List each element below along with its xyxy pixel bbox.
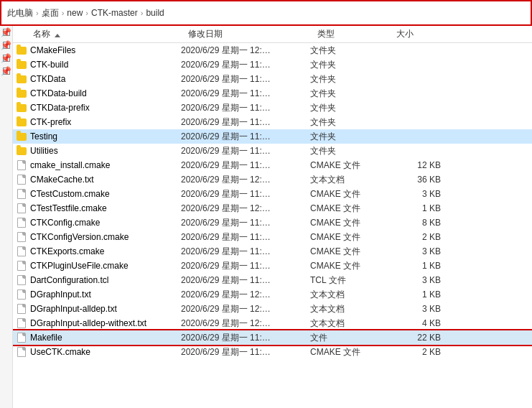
file-date-text: 2020/6/29 星期一 11:…: [181, 116, 310, 129]
breadcrumb-item-new[interactable]: new: [67, 8, 83, 18]
breadcrumb-bar[interactable]: 此电脑 › 桌面 › new › CTK-master › build: [0, 0, 532, 26]
file-doc-icon: [17, 289, 26, 300]
table-row[interactable]: Testing2020/6/29 星期一 11:…文件夹: [13, 129, 532, 144]
main-area: 📌 📌 📌 📌 名称 修改日期 类型 大小 CMakeFiles2020/6/2…: [0, 26, 532, 408]
file-type-text: 文本文档: [310, 317, 389, 330]
table-row[interactable]: CTKData-build2020/6/29 星期一 11:…文件夹: [13, 86, 532, 101]
table-row[interactable]: DartConfiguration.tcl2020/6/29 星期一 11:…T…: [13, 273, 532, 287]
breadcrumb-sep-1: ›: [62, 9, 65, 17]
table-row[interactable]: CTestCustom.cmake2020/6/29 星期一 11:…CMAKE…: [13, 187, 532, 201]
file-date-text: 2020/6/29 星期一 11:…: [181, 332, 310, 344]
file-rows[interactable]: CMakeFiles2020/6/29 星期一 12:…文件夹CTK-build…: [13, 43, 532, 408]
table-row[interactable]: DGraphInput-alldep-withext.txt2020/6/29 …: [13, 316, 532, 330]
file-cell-name: CTKData-prefix: [16, 102, 181, 113]
sort-arrow-name: [55, 32, 60, 37]
file-name-text: CTKExports.cmake: [30, 246, 104, 256]
file-name-text: CMakeFiles: [30, 45, 75, 55]
file-size-text: 3 KB: [389, 304, 447, 314]
col-header-size[interactable]: 大小: [396, 28, 454, 40]
file-cell-name: DGraphInput-alldep-withext.txt: [16, 317, 181, 329]
file-type-text: 文件夹: [310, 131, 389, 143]
file-name-text: CMakeCache.txt: [30, 175, 94, 185]
file-name-text: CTKPluginUseFile.cmake: [30, 261, 129, 271]
file-doc-icon: [17, 203, 26, 213]
file-type-text: TCL 文件: [310, 274, 389, 287]
file-size-text: 3 KB: [389, 189, 447, 199]
pin-icon-3[interactable]: 📌: [3, 68, 10, 75]
file-size-text: 36 KB: [389, 175, 447, 185]
pin-icon-2[interactable]: 📌: [3, 55, 10, 62]
file-list-area: 名称 修改日期 类型 大小 CMakeFiles2020/6/29 星期一 12…: [13, 26, 532, 408]
table-row[interactable]: UseCTK.cmake2020/6/29 星期一 11:…CMAKE 文件2 …: [13, 345, 532, 359]
file-cell-name: CTKConfigVersion.cmake: [16, 231, 181, 243]
pin-icon-0[interactable]: 📌: [3, 29, 10, 36]
file-date-text: 2020/6/29 星期一 11:…: [181, 188, 310, 200]
file-cell-name: DartConfiguration.tcl: [16, 274, 181, 286]
table-row[interactable]: CTestTestfile.cmake2020/6/29 星期一 12:…CMA…: [13, 201, 532, 215]
breadcrumb-sep-3: ›: [141, 9, 144, 17]
file-size-text: 4 KB: [389, 318, 447, 328]
table-row[interactable]: Utilities2020/6/29 星期一 11:…文件夹: [13, 144, 532, 158]
file-date-text: 2020/6/29 星期一 12:…: [181, 174, 310, 186]
file-size-text: 2 KB: [389, 232, 447, 242]
file-size-text: 12 KB: [389, 160, 447, 170]
breadcrumb-item-ctk-master[interactable]: CTK-master: [91, 8, 138, 18]
file-name-text: CTK-prefix: [30, 117, 71, 127]
file-date-text: 2020/6/29 星期一 11:…: [181, 59, 310, 71]
file-name-text: CTKConfig.cmake: [30, 218, 100, 228]
file-name-text: CTKData-build: [30, 88, 87, 98]
table-row[interactable]: DGraphInput.txt2020/6/29 星期一 12:…文本文档1 K…: [13, 287, 532, 302]
file-date-text: 2020/6/29 星期一 11:…: [181, 73, 310, 85]
file-type-text: CMAKE 文件: [310, 231, 389, 244]
file-cell-name: CTKPluginUseFile.cmake: [16, 260, 181, 272]
file-doc-icon: [17, 318, 26, 328]
table-row[interactable]: CTK-build2020/6/29 星期一 11:…文件夹: [13, 57, 532, 72]
file-name-text: CTestTestfile.cmake: [30, 203, 107, 213]
file-type-text: 文件夹: [310, 45, 389, 57]
table-row[interactable]: CTKData2020/6/29 星期一 11:…文件夹: [13, 72, 532, 86]
file-size-text: 3 KB: [389, 246, 447, 256]
file-date-text: 2020/6/29 星期一 11:…: [181, 274, 310, 287]
file-name-text: DGraphInput-alldep-withext.txt: [30, 318, 146, 328]
table-row[interactable]: CTKPluginUseFile.cmake2020/6/29 星期一 11:……: [13, 259, 532, 273]
folder-icon: [17, 133, 27, 141]
file-type-text: 文件夹: [310, 102, 389, 114]
file-cell-name: CTK-prefix: [16, 116, 181, 128]
col-header-type[interactable]: 类型: [317, 28, 396, 40]
file-name-text: Makefile: [30, 333, 62, 343]
table-row[interactable]: CTK-prefix2020/6/29 星期一 11:…文件夹: [13, 115, 532, 129]
file-cell-name: CMakeFiles: [16, 45, 181, 56]
file-cell-name: UseCTK.cmake: [16, 346, 181, 358]
file-doc-icon: [17, 189, 26, 199]
breadcrumb-sep-0: ›: [36, 9, 39, 17]
file-type-text: 文本文档: [310, 174, 389, 186]
table-row[interactable]: CTKConfigVersion.cmake2020/6/29 星期一 11:……: [13, 230, 532, 244]
folder-icon: [17, 90, 27, 98]
file-size-text: 1 KB: [389, 289, 447, 300]
table-row[interactable]: CTKExports.cmake2020/6/29 星期一 11:…CMAKE …: [13, 244, 532, 259]
file-date-text: 2020/6/29 星期一 12:…: [181, 45, 310, 57]
table-row[interactable]: CMakeFiles2020/6/29 星期一 12:…文件夹: [13, 43, 532, 57]
file-explorer-window: 此电脑 › 桌面 › new › CTK-master › build 📌 📌 …: [0, 0, 532, 408]
breadcrumb-sep-2: ›: [85, 9, 88, 17]
breadcrumb-item-computer[interactable]: 此电脑: [7, 7, 33, 19]
col-header-date[interactable]: 修改日期: [188, 28, 317, 40]
file-type-text: 文件夹: [310, 88, 389, 100]
breadcrumb-item-desktop[interactable]: 桌面: [42, 7, 59, 19]
breadcrumb-item-build[interactable]: build: [146, 8, 164, 18]
col-header-name[interactable]: 名称: [16, 28, 188, 40]
file-date-text: 2020/6/29 星期一 12:…: [181, 303, 310, 315]
pin-icon-1[interactable]: 📌: [3, 42, 10, 49]
file-size-text: 22 KB: [389, 333, 447, 343]
table-row[interactable]: CTKConfig.cmake2020/6/29 星期一 11:…CMAKE 文…: [13, 215, 532, 230]
file-type-text: CMAKE 文件: [310, 203, 389, 215]
table-row[interactable]: CMakeCache.txt2020/6/29 星期一 12:…文本文档36 K…: [13, 172, 532, 187]
table-row[interactable]: CTKData-prefix2020/6/29 星期一 11:…文件夹: [13, 101, 532, 115]
file-size-text: 1 KB: [389, 261, 447, 271]
table-row[interactable]: Makefile2020/6/29 星期一 11:…文件22 KB: [13, 330, 532, 345]
file-name-text: Utilities: [30, 146, 58, 156]
file-date-text: 2020/6/29 星期一 12:…: [181, 289, 310, 301]
table-row[interactable]: cmake_install.cmake2020/6/29 星期一 11:…CMA…: [13, 158, 532, 172]
table-row[interactable]: DGraphInput-alldep.txt2020/6/29 星期一 12:……: [13, 302, 532, 316]
file-doc-icon: [17, 160, 26, 170]
